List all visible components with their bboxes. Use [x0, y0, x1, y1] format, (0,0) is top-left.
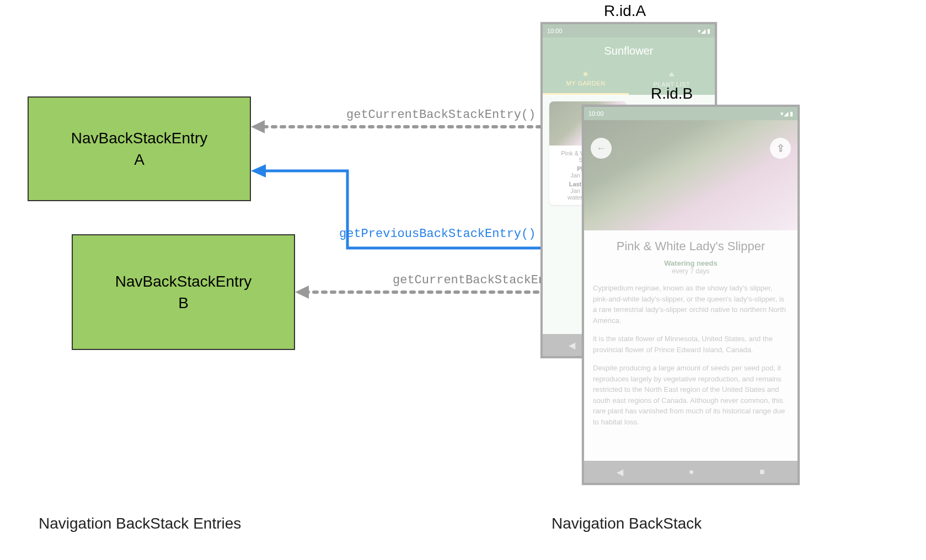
rid-b-label: R.id.B — [651, 85, 693, 103]
navbackstackentry-a-box: NavBackStackEntry A — [28, 96, 251, 201]
nav-home-icon-b[interactable]: ● — [689, 467, 694, 477]
entry-b-line2: B — [178, 292, 189, 314]
status-time-b: 10:00 — [588, 110, 604, 117]
label-getcurrent-a: getCurrentBackStackEntry() — [346, 108, 536, 122]
entry-a-line1: NavBackStackEntry — [71, 127, 207, 149]
tab1-label: MY GARDEN — [566, 80, 606, 87]
status-bar-b: 10:00 ▾◢ ▮ — [584, 107, 797, 120]
tab-mygarden[interactable]: ❀ MY GARDEN — [543, 64, 629, 95]
status-time-a: 10:00 — [547, 28, 563, 34]
android-nav-bar-b: ◀ ● ■ — [584, 461, 797, 483]
entry-a-line2: A — [134, 149, 144, 170]
navbackstackentry-b-box: NavBackStackEntry B — [72, 234, 295, 350]
app-title-a: Sunflower — [543, 37, 715, 64]
nav-back-icon-b[interactable]: ◀ — [617, 467, 623, 477]
footer-right: Navigation BackStack — [552, 515, 702, 532]
nav-recent-icon-b[interactable]: ■ — [759, 467, 765, 477]
watering-sub: every 7 days — [593, 267, 789, 275]
back-button[interactable]: ← — [591, 138, 612, 159]
svg-marker-2 — [251, 164, 266, 177]
label-getprevious: getPreviousBackStackEntry() — [339, 227, 536, 241]
desc-p1: Cypripedium reginae, known as the showy … — [593, 283, 789, 326]
plant-title: Pink & White Lady's Slipper — [593, 239, 789, 254]
footer-left: Navigation BackStack Entries — [39, 515, 241, 532]
phone-mockup-b: 10:00 ▾◢ ▮ ← ⇪ Pink & White Lady's Slipp… — [582, 105, 800, 485]
rid-a-label: R.id.A — [604, 2, 646, 20]
leaf-icon: ☘ — [669, 72, 675, 79]
status-icons-b: ▾◢ ▮ — [780, 110, 793, 117]
share-icon: ⇪ — [777, 142, 785, 154]
plant-hero-image: ← ⇪ — [584, 120, 797, 230]
flower-icon: ❀ — [583, 71, 588, 78]
nav-back-icon[interactable]: ◀ — [569, 340, 575, 351]
svg-marker-1 — [251, 120, 265, 133]
entry-b-line1: NavBackStackEntry — [115, 271, 251, 292]
svg-marker-4 — [295, 286, 309, 299]
detail-body: Pink & White Lady's Slipper Watering nee… — [584, 230, 797, 484]
status-icons-a: ▾◢ ▮ — [698, 28, 710, 35]
status-bar-a: 10:00 ▾◢ ▮ — [543, 24, 715, 37]
desc-p2: It is the state flower of Minnesota, Uni… — [593, 333, 789, 355]
arrow-left-icon: ← — [596, 143, 606, 154]
desc-p3: Despite producing a large amount of seed… — [593, 363, 789, 427]
share-button[interactable]: ⇪ — [770, 138, 791, 159]
watering-label: Watering needs — [593, 259, 789, 267]
